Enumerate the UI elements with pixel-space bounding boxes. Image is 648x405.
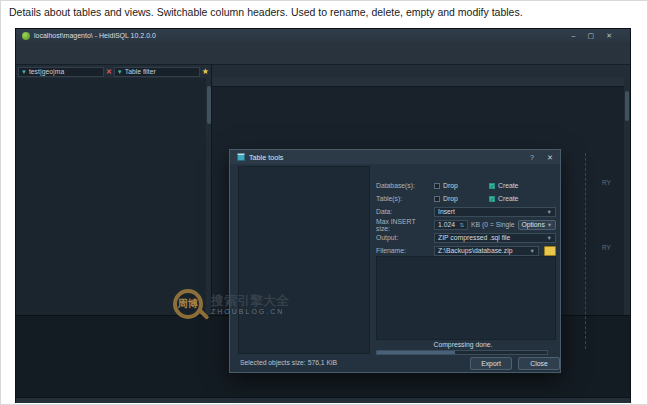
database-filter-input[interactable]: ▼ test|geo|ma — [18, 67, 104, 77]
filename-label: Filename: — [376, 247, 431, 254]
data-dropdown[interactable]: Insert▼ — [434, 207, 556, 217]
main-tab-bar — [212, 65, 630, 77]
spinner-icon[interactable]: ⇅ — [459, 222, 464, 228]
chevron-down-icon: ▼ — [547, 222, 552, 228]
background-text-fragment: RY — [602, 244, 611, 251]
background-text-fragment: RY — [602, 179, 611, 186]
minimize-button[interactable]: – — [572, 32, 576, 40]
database-create-checkbox[interactable]: ✓ — [489, 183, 495, 189]
max-insert-size-label: Max INSERT size: — [376, 218, 431, 232]
create-label: Create — [498, 195, 518, 202]
menu-bar — [16, 42, 630, 53]
table-filter-input[interactable]: ▼ Table filter — [114, 67, 200, 77]
toolbar — [16, 53, 630, 65]
database-tree — [16, 78, 206, 315]
window-title: localhost\magento\ - HeidiSQL 10.2.0.0 — [34, 32, 156, 39]
insert-size-unit: KB (0 = Single — [471, 221, 515, 228]
dialog-help-button[interactable]: ? — [530, 153, 534, 162]
drop-label: Drop — [443, 195, 458, 202]
window-controls: – ▢ ✕ — [572, 32, 612, 40]
tables-label: Table(s): — [376, 195, 431, 202]
export-button[interactable]: Export — [470, 357, 512, 370]
chevron-down-icon: ▼ — [547, 235, 552, 241]
drop-label: Drop — [443, 182, 458, 189]
sql-export-form: Database(s): Drop ✓Create Table(s): Drop… — [376, 179, 556, 257]
table-filter-placeholder: Table filter — [125, 68, 156, 75]
status-bar — [16, 397, 630, 403]
dialog-title-bar[interactable]: Table tools ? ✕ — [230, 150, 560, 164]
filter-icon: ▼ — [21, 69, 27, 75]
data-label: Data: — [376, 208, 431, 215]
chevron-down-icon: ▼ — [547, 209, 552, 215]
options-button[interactable]: Options▼ — [518, 220, 556, 230]
table-grid-header — [212, 77, 624, 87]
export-status-text: Compressing done. — [376, 341, 550, 348]
browse-folder-icon[interactable] — [544, 246, 556, 256]
background-divider — [585, 153, 586, 349]
chevron-down-icon: ▼ — [530, 248, 535, 254]
dialog-title: Table tools — [249, 153, 283, 162]
output-dropdown[interactable]: ZIP compressed .sql file▼ — [434, 233, 556, 243]
clear-filter-icon[interactable]: ✕ — [106, 68, 112, 76]
table-create-checkbox[interactable]: ✓ — [489, 196, 495, 202]
title-bar[interactable]: localhost\magento\ - HeidiSQL 10.2.0.0 –… — [16, 29, 630, 42]
output-label: Output: — [376, 234, 431, 241]
table-drop-checkbox[interactable] — [434, 196, 440, 202]
page-caption: Details about tables and views. Switchab… — [9, 6, 523, 18]
app-logo-icon — [22, 32, 30, 40]
export-progress-bar — [376, 350, 548, 355]
database-drop-checkbox[interactable] — [434, 183, 440, 189]
max-insert-size-input[interactable]: 1.024⇅ — [434, 220, 468, 230]
export-results-grid — [376, 256, 556, 340]
table-tools-icon — [237, 153, 245, 161]
databases-label: Database(s): — [376, 182, 431, 189]
database-tree-panel: ▼ test|geo|ma ✕ ▼ Table filter ★ — [16, 65, 212, 315]
filter-row: ▼ test|geo|ma ✕ ▼ Table filter ★ — [16, 65, 211, 78]
filter-icon: ▼ — [117, 69, 123, 75]
table-tools-dialog: Table tools ? ✕ Database(s): Drop ✓Creat… — [229, 149, 561, 373]
grid-scrollbar[interactable] — [624, 77, 630, 315]
export-object-tree — [238, 166, 370, 354]
dialog-tab-bar — [376, 165, 556, 179]
dialog-close-button[interactable]: ✕ — [547, 153, 553, 162]
filename-input[interactable]: Z:\Backups\database.zip▼ — [434, 246, 539, 256]
selected-objects-size: Selected objects size: 576,1 KiB — [240, 359, 337, 366]
favorites-star-icon[interactable]: ★ — [202, 67, 209, 76]
create-label: Create — [498, 182, 518, 189]
page: Details about tables and views. Switchab… — [0, 0, 648, 405]
close-button[interactable]: ✕ — [606, 32, 612, 40]
maximize-button[interactable]: ▢ — [588, 32, 595, 40]
dialog-close-action-button[interactable]: Close — [518, 357, 560, 370]
database-filter-value: test|geo|ma — [29, 68, 64, 75]
tree-scrollbar[interactable] — [206, 78, 211, 315]
